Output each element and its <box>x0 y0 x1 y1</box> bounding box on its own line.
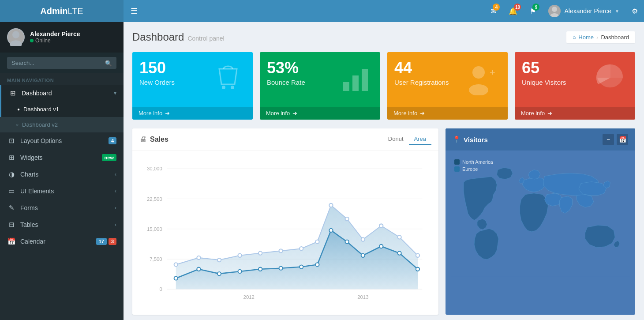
users-footer-text: More info <box>393 110 417 117</box>
sidebar-item-dashboard-v2[interactable]: Dashboard v2 <box>0 117 124 132</box>
calendar-icon: 📅 <box>7 237 16 245</box>
sidebar-toggle[interactable]: ☰ <box>124 0 145 22</box>
svg-point-49 <box>416 267 419 271</box>
visitors-more-info[interactable]: More info ➜ <box>515 107 635 120</box>
sidebar-item-tables[interactable]: ⊟ Tables ‹ <box>0 216 124 233</box>
page-title: Dashboard <box>132 31 184 43</box>
info-box-top-visitors: 65 Unique Visitors <box>515 52 635 107</box>
calendar-badge-blue: 17 <box>96 238 107 245</box>
charts-arrow-icon: ‹ <box>115 171 116 177</box>
svg-point-1 <box>550 13 559 17</box>
sales-title-text: Sales <box>150 136 168 143</box>
svg-point-22 <box>174 263 178 266</box>
ui-icon: ▭ <box>7 187 16 195</box>
svg-point-27 <box>279 249 283 252</box>
svg-point-43 <box>315 263 319 266</box>
bounce-icon <box>338 60 373 100</box>
layout-wrapper: Alexander Pierce Online 🔍 MAIN NAVIGATIO… <box>0 0 644 320</box>
tab-donut[interactable]: Donut <box>383 134 409 145</box>
info-box-top-bounce: 53% Bounce Rate <box>260 52 380 107</box>
orders-icon <box>210 60 246 100</box>
notifications-icon-btn[interactable]: 🔔 10 <box>502 0 524 22</box>
sales-card-body: 30,000 22,500 15,000 7,500 0 <box>132 151 438 315</box>
visitors-number: 65 <box>522 60 566 76</box>
svg-point-25 <box>238 254 241 257</box>
app-name-bold: Admin <box>40 6 67 16</box>
visitors-card: 📍 Visitors − 📅 North America <box>446 128 635 315</box>
legend-item-eu: Europe <box>454 166 493 172</box>
svg-text:7,500: 7,500 <box>150 256 162 262</box>
page-header: Dashboard Control panel ⌂ Home › Dashboa… <box>132 31 635 43</box>
sidebar-label-ui: UI Elements <box>20 188 115 195</box>
sidebar-item-dashboard-v1[interactable]: Dashboard v1 <box>0 102 124 117</box>
gear-icon: ⚙ <box>632 7 638 15</box>
svg-point-9 <box>472 66 485 79</box>
sidebar-item-widgets[interactable]: ⊞ Widgets new <box>0 149 124 166</box>
app-logo: AdminLTE <box>0 0 124 22</box>
legend-label-na: North America <box>462 159 493 165</box>
sidebar-label-tables: Tables <box>20 221 115 228</box>
sales-tabs: Donut Area <box>383 134 431 145</box>
sales-card: 🖨 Sales Donut Area <box>132 128 438 315</box>
orders-more-info[interactable]: More info ➜ <box>132 107 253 120</box>
visitors-header: 📍 Visitors − 📅 <box>446 128 635 151</box>
svg-point-29 <box>315 240 319 244</box>
svg-point-44 <box>329 229 333 232</box>
sidebar-user-name: Alexander Pierce <box>30 30 80 38</box>
svg-point-45 <box>345 240 349 244</box>
messages-icon-btn[interactable]: ✉ 4 <box>484 0 502 22</box>
settings-btn[interactable]: ⚙ <box>625 0 644 22</box>
info-box-top-users: 44 User Registrations + <box>387 52 508 107</box>
visitors-footer-text: More info <box>521 110 545 117</box>
breadcrumb-home-link[interactable]: Home <box>578 34 594 41</box>
status-label: Online <box>35 38 51 44</box>
info-box-text-orders: 150 New Orders <box>139 60 175 86</box>
orders-label: New Orders <box>139 79 175 86</box>
svg-point-0 <box>552 7 557 12</box>
svg-rect-7 <box>352 75 359 91</box>
tables-icon: ⊟ <box>7 221 16 229</box>
svg-point-47 <box>379 245 383 248</box>
users-number: 44 <box>394 60 449 76</box>
svg-point-23 <box>197 256 200 260</box>
users-more-info[interactable]: More info ➜ <box>387 107 508 120</box>
sidebar-label-v2: Dashboard v2 <box>22 121 58 128</box>
legend-dot-eu <box>454 166 460 172</box>
info-box-orders: 150 New Orders More info ➜ <box>132 52 253 120</box>
flags-icon-btn[interactable]: ⚑ 9 <box>524 0 542 22</box>
search-input[interactable] <box>7 57 116 69</box>
svg-text:2012: 2012 <box>243 294 255 300</box>
orders-arrow-icon: ➜ <box>165 110 170 117</box>
world-map-svg <box>451 156 630 278</box>
sidebar-item-forms[interactable]: ✎ Forms ‹ <box>0 200 124 216</box>
legend-dot-na <box>454 159 460 165</box>
user-name: Alexander Pierce <box>564 8 611 15</box>
user-menu[interactable]: Alexander Pierce ▼ <box>542 0 625 22</box>
svg-rect-6 <box>343 82 349 91</box>
printer-icon: 🖨 <box>139 136 146 143</box>
svg-point-26 <box>258 251 262 255</box>
widgets-icon: ⊞ <box>7 154 16 162</box>
sidebar-item-layout[interactable]: ⊡ Layout Options 4 <box>0 132 124 149</box>
visitors-minimize-btn[interactable]: − <box>603 134 614 145</box>
sidebar-item-calendar[interactable]: 📅 Calendar 17 3 <box>0 233 124 250</box>
bounce-more-info[interactable]: More info ➜ <box>260 107 380 120</box>
sidebar-item-ui[interactable]: ▭ UI Elements ‹ <box>0 183 124 200</box>
svg-point-42 <box>300 265 303 268</box>
sidebar-item-charts[interactable]: ◑ Charts ‹ <box>0 166 124 183</box>
sidebar-user-status: Online <box>30 38 80 44</box>
chevron-down-icon: ▼ <box>615 9 619 14</box>
svg-point-46 <box>361 254 365 257</box>
sales-chart: 30,000 22,500 15,000 7,500 0 <box>139 158 431 308</box>
sidebar-item-dashboard[interactable]: ⊞ Dashboard ▾ <box>0 85 124 102</box>
svg-point-3 <box>10 40 22 46</box>
tab-area[interactable]: Area <box>409 134 431 145</box>
visitors-calendar-btn[interactable]: 📅 <box>617 134 628 145</box>
dashboard-submenu: Dashboard v1 Dashboard v2 <box>0 102 124 132</box>
sidebar-label-widgets: Widgets <box>20 154 102 161</box>
svg-point-2 <box>12 31 19 38</box>
sidebar-label-layout: Layout Options <box>20 137 109 144</box>
sidebar-label-forms: Forms <box>20 204 115 211</box>
breadcrumb-separator: › <box>596 34 598 41</box>
svg-point-32 <box>361 237 365 241</box>
